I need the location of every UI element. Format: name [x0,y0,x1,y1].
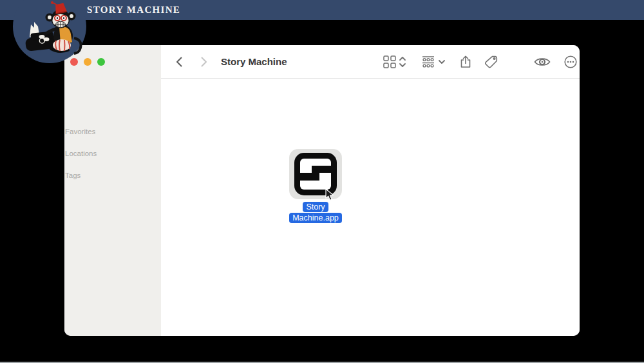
sidebar-sections: Favorites Locations Tags [64,127,161,193]
finder-toolbar: Story Machine [161,45,580,79]
file-name-line1: Story [303,202,328,212]
preview-button[interactable] [533,45,551,78]
chevron-left-icon [173,55,186,68]
chevron-down-icon [438,55,446,69]
chevron-right-icon [197,55,210,68]
mouse-cursor [325,188,335,202]
grid-view-icon [383,55,397,69]
sidebar-section-favorites: Favorites [64,127,161,136]
banner-title: STORY MACHINE [87,5,180,15]
tag-icon [484,54,499,70]
top-banner: STORY MACHINE [0,0,644,20]
eye-icon [534,56,551,68]
forward-button[interactable] [196,45,211,78]
tag-button[interactable] [483,45,500,78]
finder-window: Favorites Locations Tags Story Machine [64,45,580,336]
sidebar-section-tags: Tags [64,171,161,180]
sort-chevrons-icon [399,55,406,69]
window-title: Story Machine [221,45,287,78]
sidebar-section-locations: Locations [64,149,161,158]
file-story-machine-app[interactable]: Story Machine.app [287,149,345,223]
file-name-line2: Machine.app [289,213,342,223]
more-options-button[interactable] [563,45,578,78]
file-name-label[interactable]: Story Machine.app [287,201,345,223]
zoom-button[interactable] [97,58,105,66]
finder-sidebar: Favorites Locations Tags [64,45,161,336]
group-by-button[interactable] [419,45,447,78]
share-button[interactable] [457,45,474,78]
screen: STORY MACHINE [0,0,644,363]
share-icon [458,54,473,70]
folder-content-area[interactable]: Story Machine.app [161,79,580,336]
back-button[interactable] [172,45,187,78]
view-options-button[interactable] [380,45,408,78]
group-by-icon [421,55,436,69]
monkey-typewriter-logo [12,0,87,64]
finder-main: Story Machine [161,45,580,336]
ellipsis-icon [564,55,578,69]
